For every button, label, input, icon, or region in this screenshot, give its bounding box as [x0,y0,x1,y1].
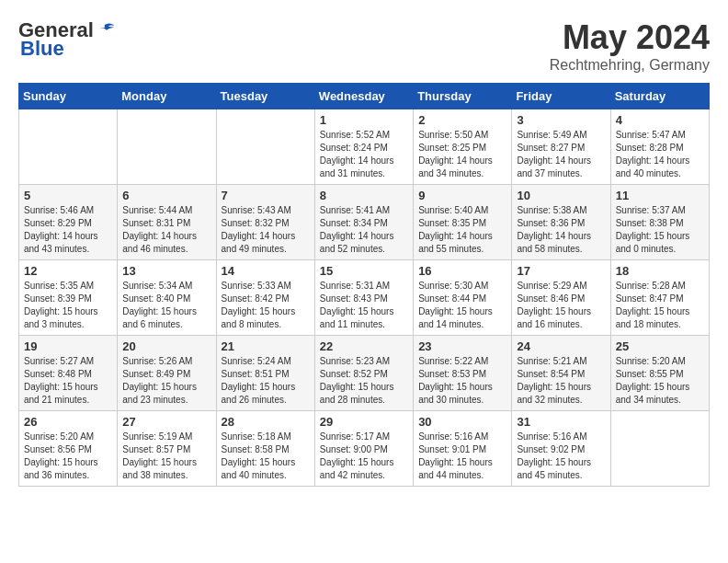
day-number: 23 [418,339,506,353]
logo-bird-icon [97,21,116,40]
day-number: 14 [222,264,310,278]
day-number: 30 [418,415,506,429]
day-number: 12 [24,264,112,278]
calendar-week-row: 1Sunrise: 5:52 AM Sunset: 8:24 PM Daylig… [19,109,710,185]
month-title: May 2024 [550,18,710,57]
calendar-cell: 13Sunrise: 5:34 AM Sunset: 8:40 PM Dayli… [118,260,216,336]
day-info: Sunrise: 5:18 AM Sunset: 8:58 PM Dayligh… [222,431,310,482]
day-info: Sunrise: 5:38 AM Sunset: 8:36 PM Dayligh… [517,204,605,256]
column-header-tuesday: Tuesday [216,84,314,109]
day-number: 11 [616,189,704,202]
day-number: 18 [616,264,704,278]
day-info: Sunrise: 5:22 AM Sunset: 8:53 PM Dayligh… [418,355,506,407]
day-info: Sunrise: 5:34 AM Sunset: 8:40 PM Dayligh… [122,280,210,331]
day-number: 31 [517,415,605,429]
day-number: 7 [222,189,310,202]
day-number: 19 [24,339,112,353]
day-info: Sunrise: 5:27 AM Sunset: 8:48 PM Dayligh… [24,355,112,407]
day-number: 22 [320,339,408,353]
day-number: 6 [122,189,210,202]
calendar-cell: 23Sunrise: 5:22 AM Sunset: 8:53 PM Dayli… [414,336,512,411]
calendar-cell: 14Sunrise: 5:33 AM Sunset: 8:42 PM Dayli… [216,260,314,336]
calendar-cell: 10Sunrise: 5:38 AM Sunset: 8:36 PM Dayli… [512,185,610,260]
calendar-cell: 12Sunrise: 5:35 AM Sunset: 8:39 PM Dayli… [19,260,118,336]
calendar-cell: 24Sunrise: 5:21 AM Sunset: 8:54 PM Dayli… [512,336,610,411]
day-info: Sunrise: 5:17 AM Sunset: 9:00 PM Dayligh… [320,431,408,482]
calendar-cell: 19Sunrise: 5:27 AM Sunset: 8:48 PM Dayli… [19,336,118,411]
page-header: General Blue May 2024 Rechtmehring, Germ… [18,18,710,74]
column-header-saturday: Saturday [610,84,709,109]
calendar-cell: 17Sunrise: 5:29 AM Sunset: 8:46 PM Dayli… [512,260,610,336]
day-info: Sunrise: 5:49 AM Sunset: 8:27 PM Dayligh… [517,129,605,180]
calendar-cell: 3Sunrise: 5:49 AM Sunset: 8:27 PM Daylig… [512,109,610,185]
day-number: 25 [616,339,704,353]
column-header-friday: Friday [512,84,610,109]
day-info: Sunrise: 5:47 AM Sunset: 8:28 PM Dayligh… [616,129,704,180]
calendar-header-row: SundayMondayTuesdayWednesdayThursdayFrid… [19,84,710,109]
calendar-cell: 16Sunrise: 5:30 AM Sunset: 8:44 PM Dayli… [414,260,512,336]
calendar-cell [19,109,118,185]
day-number: 16 [418,264,506,278]
calendar-cell: 22Sunrise: 5:23 AM Sunset: 8:52 PM Dayli… [314,336,413,411]
day-number: 21 [222,339,310,353]
calendar-cell: 6Sunrise: 5:44 AM Sunset: 8:31 PM Daylig… [118,185,216,260]
calendar-cell: 27Sunrise: 5:19 AM Sunset: 8:57 PM Dayli… [118,411,216,487]
calendar-week-row: 19Sunrise: 5:27 AM Sunset: 8:48 PM Dayli… [19,336,710,411]
day-number: 9 [418,189,506,202]
calendar-cell: 29Sunrise: 5:17 AM Sunset: 9:00 PM Dayli… [314,411,413,487]
calendar-cell: 5Sunrise: 5:46 AM Sunset: 8:29 PM Daylig… [19,185,118,260]
day-info: Sunrise: 5:26 AM Sunset: 8:49 PM Dayligh… [122,355,210,407]
column-header-wednesday: Wednesday [314,84,413,109]
calendar-cell: 2Sunrise: 5:50 AM Sunset: 8:25 PM Daylig… [414,109,512,185]
calendar-cell: 9Sunrise: 5:40 AM Sunset: 8:35 PM Daylig… [414,185,512,260]
calendar-cell: 25Sunrise: 5:20 AM Sunset: 8:55 PM Dayli… [610,336,709,411]
day-number: 15 [320,264,408,278]
day-number: 13 [122,264,210,278]
day-number: 1 [320,113,408,127]
day-info: Sunrise: 5:46 AM Sunset: 8:29 PM Dayligh… [24,204,112,256]
calendar-table: SundayMondayTuesdayWednesdayThursdayFrid… [18,83,710,487]
location-subtitle: Rechtmehring, Germany [550,57,710,74]
calendar-cell: 26Sunrise: 5:20 AM Sunset: 8:56 PM Dayli… [19,411,118,487]
column-header-monday: Monday [118,84,216,109]
calendar-cell: 30Sunrise: 5:16 AM Sunset: 9:01 PM Dayli… [414,411,512,487]
day-number: 28 [222,415,310,429]
calendar-week-row: 26Sunrise: 5:20 AM Sunset: 8:56 PM Dayli… [19,411,710,487]
calendar-cell: 15Sunrise: 5:31 AM Sunset: 8:43 PM Dayli… [314,260,413,336]
day-info: Sunrise: 5:43 AM Sunset: 8:32 PM Dayligh… [222,204,310,256]
day-info: Sunrise: 5:19 AM Sunset: 8:57 PM Dayligh… [122,431,210,482]
day-number: 20 [122,339,210,353]
day-number: 17 [517,264,605,278]
day-info: Sunrise: 5:30 AM Sunset: 8:44 PM Dayligh… [418,280,506,331]
day-info: Sunrise: 5:44 AM Sunset: 8:31 PM Dayligh… [122,204,210,256]
calendar-cell: 8Sunrise: 5:41 AM Sunset: 8:34 PM Daylig… [314,185,413,260]
day-number: 27 [122,415,210,429]
day-info: Sunrise: 5:29 AM Sunset: 8:46 PM Dayligh… [517,280,605,331]
day-number: 26 [24,415,112,429]
day-info: Sunrise: 5:37 AM Sunset: 8:38 PM Dayligh… [616,204,704,256]
day-number: 10 [517,189,605,202]
day-info: Sunrise: 5:21 AM Sunset: 8:54 PM Dayligh… [517,355,605,407]
column-header-sunday: Sunday [19,84,118,109]
calendar-cell: 20Sunrise: 5:26 AM Sunset: 8:49 PM Dayli… [118,336,216,411]
calendar-cell [610,411,709,487]
day-info: Sunrise: 5:41 AM Sunset: 8:34 PM Dayligh… [320,204,408,256]
day-info: Sunrise: 5:35 AM Sunset: 8:39 PM Dayligh… [24,280,112,331]
day-info: Sunrise: 5:28 AM Sunset: 8:47 PM Dayligh… [616,280,704,331]
calendar-week-row: 12Sunrise: 5:35 AM Sunset: 8:39 PM Dayli… [19,260,710,336]
day-info: Sunrise: 5:31 AM Sunset: 8:43 PM Dayligh… [320,280,408,331]
calendar-cell: 21Sunrise: 5:24 AM Sunset: 8:51 PM Dayli… [216,336,314,411]
calendar-cell: 11Sunrise: 5:37 AM Sunset: 8:38 PM Dayli… [610,185,709,260]
day-number: 4 [616,113,704,127]
day-info: Sunrise: 5:52 AM Sunset: 8:24 PM Dayligh… [320,129,408,180]
day-info: Sunrise: 5:33 AM Sunset: 8:42 PM Dayligh… [222,280,310,331]
day-number: 24 [517,339,605,353]
day-info: Sunrise: 5:50 AM Sunset: 8:25 PM Dayligh… [418,129,506,180]
calendar-week-row: 5Sunrise: 5:46 AM Sunset: 8:29 PM Daylig… [19,185,710,260]
calendar-cell [216,109,314,185]
day-number: 5 [24,189,112,202]
day-info: Sunrise: 5:16 AM Sunset: 9:02 PM Dayligh… [517,431,605,482]
calendar-cell: 31Sunrise: 5:16 AM Sunset: 9:02 PM Dayli… [512,411,610,487]
day-number: 3 [517,113,605,127]
calendar-cell: 18Sunrise: 5:28 AM Sunset: 8:47 PM Dayli… [610,260,709,336]
